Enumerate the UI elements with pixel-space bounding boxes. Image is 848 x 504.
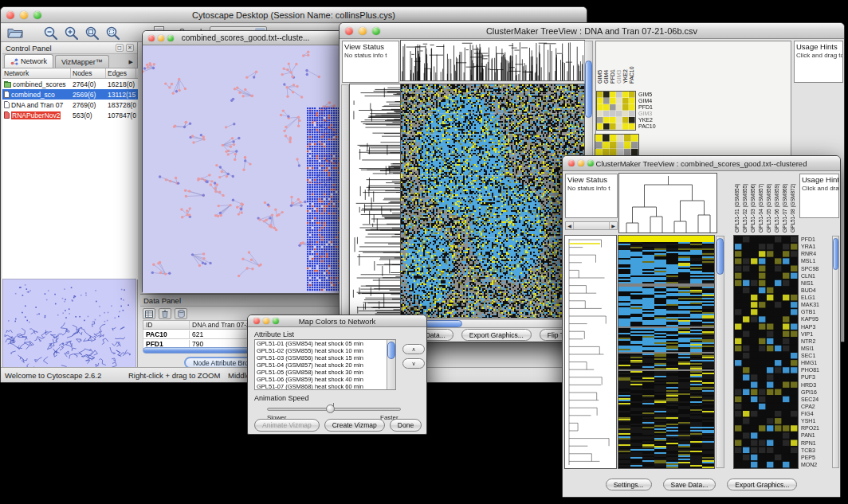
gene-label[interactable]: PEP5 xyxy=(801,454,831,461)
gene-label[interactable]: GTB1 xyxy=(801,308,831,315)
array-label[interactable]: GPL51-02 (GSM855) xyxy=(742,174,750,232)
gene-label[interactable]: PHO81 xyxy=(801,366,831,373)
close-panel-icon[interactable]: ✕ xyxy=(126,44,134,52)
array-label[interactable]: GPL51-05 (GSM858) xyxy=(766,174,774,232)
gene-label[interactable]: SPC98 xyxy=(801,265,831,272)
global-heatmap-canvas[interactable] xyxy=(618,236,714,468)
gene-label[interactable]: MSL1 xyxy=(801,257,831,264)
gene-label[interactable]: KAP95 xyxy=(801,315,831,322)
array-label[interactable]: YKE2 xyxy=(622,41,629,84)
zoom-selected-button[interactable] xyxy=(103,25,122,41)
array-label[interactable]: GPL51-06 (GSM859) xyxy=(774,174,782,232)
zoom-fit-button[interactable] xyxy=(82,25,101,41)
tab-network[interactable]: Network xyxy=(4,54,53,68)
attribute-list-item[interactable]: GPL51-06 (GSM859) heat shock 40 min xyxy=(255,376,395,383)
float-panel-icon[interactable]: ◻ xyxy=(116,44,124,52)
array-label[interactable]: PAC10 xyxy=(629,41,635,84)
view-status-scrollbar[interactable]: ◀ ▶ xyxy=(565,221,618,230)
scrollbar-thumb[interactable] xyxy=(716,238,724,275)
network-row[interactable]: RNAPuberNov2 563(0) 107847(0) xyxy=(2,110,138,120)
array-label[interactable]: GPL51-07 (GSM868) xyxy=(782,174,790,232)
gene-label[interactable]: FIG4 xyxy=(801,410,831,417)
gene-label[interactable]: CPA2 xyxy=(801,403,831,410)
heatmap-h-scrollbar[interactable]: ◀ ▶ xyxy=(401,319,584,328)
minimize-button[interactable] xyxy=(20,11,28,19)
zoom-window-button[interactable] xyxy=(587,160,594,166)
zoom-window-button[interactable] xyxy=(167,35,174,41)
heatmap-canvas[interactable] xyxy=(401,84,584,318)
gene-label[interactable]: RPN1 xyxy=(801,440,831,447)
dialog-button[interactable]: Done xyxy=(390,419,422,432)
gene-label[interactable]: YSH1 xyxy=(801,417,831,424)
gene-label[interactable]: HAP3 xyxy=(801,323,831,330)
network-overview-thumbnail[interactable] xyxy=(3,279,135,369)
gene-list-scrollbar[interactable] xyxy=(832,236,839,468)
open-session-button[interactable] xyxy=(6,25,25,41)
correlation-matrix[interactable] xyxy=(597,92,635,130)
attribute-list-item[interactable]: GPL51-02 (GSM855) heat shock 10 min xyxy=(255,347,395,354)
move-down-button[interactable]: ∨ xyxy=(402,358,425,369)
move-up-button[interactable]: ∧ xyxy=(402,344,425,354)
gene-label[interactable]: SEC24 xyxy=(801,396,831,403)
array-label[interactable]: GPL51-04 (GSM857) xyxy=(758,174,766,232)
array-label[interactable]: GPL51-01 (GSM854) xyxy=(734,174,742,232)
gene-label[interactable]: NIS1 xyxy=(801,279,831,287)
gene-label[interactable]: TCB3 xyxy=(801,447,831,454)
column-header-id[interactable]: ID xyxy=(143,321,190,329)
column-dendrogram[interactable] xyxy=(401,41,584,80)
close-button[interactable] xyxy=(345,27,353,35)
zoom-window-button[interactable] xyxy=(372,27,380,35)
zoom-heatmap-canvas[interactable] xyxy=(734,236,798,468)
gene-label[interactable]: PAN1 xyxy=(801,432,831,439)
minimize-button[interactable] xyxy=(359,27,367,35)
slider-thumb[interactable] xyxy=(326,404,335,413)
left-scrollbar[interactable] xyxy=(341,84,349,318)
array-label[interactable]: GIM5 xyxy=(597,41,603,84)
gene-label[interactable]: RPO21 xyxy=(801,424,831,432)
gene-label[interactable]: SEC1 xyxy=(801,352,831,359)
main-titlebar[interactable]: Cytoscape Desktop (Session Name: collins… xyxy=(1,7,587,23)
gene-label[interactable]: PAC10 xyxy=(638,123,656,130)
minimize-button[interactable] xyxy=(263,318,269,324)
network-canvas[interactable] xyxy=(143,45,348,293)
array-label[interactable]: GPL51-08 (GSM872) xyxy=(790,174,798,232)
scrollbar-thumb[interactable] xyxy=(833,238,838,270)
treeview1-titlebar[interactable]: ClusterMaker TreeView : DNA and Tran 07-… xyxy=(340,23,844,39)
dialog-titlebar[interactable]: Map Colors to Network xyxy=(248,315,426,327)
gene-label[interactable]: HMG1 xyxy=(801,359,831,366)
scrollbar-thumb[interactable] xyxy=(387,342,395,359)
delete-attribute-button[interactable] xyxy=(159,308,171,319)
gene-label[interactable]: MSI1 xyxy=(801,345,831,352)
attribute-list-item[interactable]: GPL51-04 (GSM857) heat shock 20 min xyxy=(255,361,395,369)
zoom-window-button[interactable] xyxy=(273,318,279,324)
array-label[interactable]: PFD1 xyxy=(610,41,616,84)
network-row[interactable]: combined_scores 2764(0) 16218(0) xyxy=(2,79,138,89)
array-label[interactable]: GIM4 xyxy=(603,41,610,84)
gene-label[interactable]: GIM5 xyxy=(638,92,656,98)
tab-vizmapper[interactable]: VizMapper™ xyxy=(55,55,109,68)
column-header-nodes[interactable]: Nodes xyxy=(71,68,106,78)
attribute-list-item[interactable]: GPL51-01 (GSM854) heat shock 05 min xyxy=(255,340,395,347)
dialog-button[interactable]: Animate Vizmap xyxy=(254,419,320,432)
scroll-right-icon[interactable]: ▶ xyxy=(609,222,617,229)
treeview-button[interactable]: Settings... xyxy=(606,479,652,490)
network-row[interactable]: DNA and Tran 07 2769(0) 183728(0) xyxy=(2,100,138,110)
gene-label[interactable]: BUD4 xyxy=(801,287,831,294)
gene-label[interactable]: MON2 xyxy=(801,461,831,468)
zoom-in-button[interactable] xyxy=(61,25,80,41)
close-button[interactable] xyxy=(568,160,575,166)
select-attributes-button[interactable] xyxy=(143,308,155,319)
zoom-out-button[interactable] xyxy=(41,25,60,41)
row-dendrogram[interactable] xyxy=(565,236,616,468)
gene-label[interactable]: PUF3 xyxy=(801,373,831,381)
network-row-selected[interactable]: combined_sco 2569(6) 13112(15) xyxy=(2,89,138,100)
gene-label[interactable]: YKE2 xyxy=(638,117,656,123)
array-label[interactable]: GPL51-03 (GSM856) xyxy=(750,174,758,232)
attribute-list-item[interactable]: GPL51-05 (GSM858) heat shock 30 min xyxy=(255,369,395,376)
gene-label[interactable]: PFD1 xyxy=(801,236,831,243)
tabs-overflow-icon[interactable]: ▶ xyxy=(129,59,137,68)
attribute-list-item[interactable]: GPL51-03 (GSM856) heat shock 15 min xyxy=(255,354,395,361)
gene-label[interactable]: GIM3 xyxy=(638,111,656,117)
gene-label[interactable]: HRD3 xyxy=(801,381,831,389)
gene-label[interactable]: PFD1 xyxy=(638,104,656,111)
